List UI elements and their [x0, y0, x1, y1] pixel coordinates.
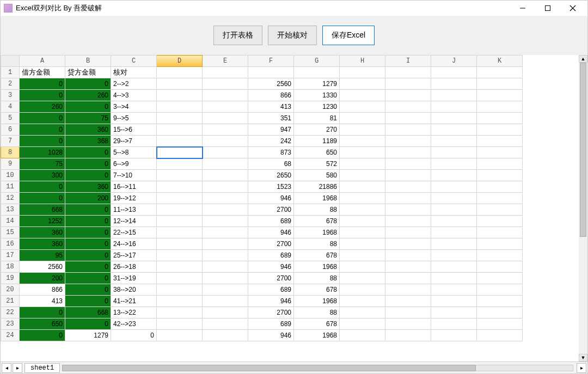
cell[interactable]	[203, 147, 248, 158]
cell[interactable]	[340, 284, 385, 296]
cell[interactable]: 75	[65, 113, 111, 124]
cell[interactable]	[203, 158, 248, 170]
cell[interactable]: 1330	[294, 90, 340, 101]
cell[interactable]: 0	[65, 204, 111, 216]
cell[interactable]: 0	[20, 307, 65, 318]
cell[interactable]	[431, 296, 477, 307]
cell[interactable]: 360	[65, 124, 111, 136]
cell[interactable]: 0	[65, 216, 111, 227]
cell[interactable]	[340, 113, 385, 124]
cell[interactable]: 650	[20, 318, 65, 330]
cell[interactable]: 1523	[248, 181, 294, 193]
row-header[interactable]: 4	[1, 101, 20, 113]
cell[interactable]	[431, 307, 477, 318]
row-header[interactable]: 6	[1, 124, 20, 136]
cell[interactable]: 946	[248, 227, 294, 238]
cell[interactable]: 42-->23	[111, 318, 157, 330]
cell[interactable]	[203, 238, 248, 250]
cell[interactable]: 2700	[248, 307, 294, 318]
cell[interactable]: 25-->17	[111, 250, 157, 261]
column-header-B[interactable]: B	[65, 56, 111, 67]
cell[interactable]: 38-->20	[111, 284, 157, 296]
row-header[interactable]: 7	[1, 136, 20, 147]
cell[interactable]: 668	[65, 307, 111, 318]
cell[interactable]: 0	[111, 330, 157, 341]
cell[interactable]	[157, 78, 203, 90]
cell[interactable]	[157, 158, 203, 170]
cell[interactable]: 2700	[248, 238, 294, 250]
cell[interactable]	[157, 318, 203, 330]
cell[interactable]	[385, 124, 431, 136]
row-header[interactable]: 1	[1, 67, 20, 78]
cell[interactable]: 0	[20, 124, 65, 136]
cell[interactable]: 75	[20, 158, 65, 170]
cell[interactable]: 1028	[20, 147, 65, 158]
cell[interactable]	[340, 124, 385, 136]
cell[interactable]	[477, 238, 523, 250]
cell[interactable]	[203, 307, 248, 318]
cell[interactable]	[431, 158, 477, 170]
cell[interactable]	[203, 113, 248, 124]
cell[interactable]	[203, 136, 248, 147]
cell[interactable]: 16-->11	[111, 181, 157, 193]
cell[interactable]	[340, 296, 385, 307]
row-header[interactable]: 20	[1, 284, 20, 296]
column-header-E[interactable]: E	[203, 56, 248, 67]
cell[interactable]	[340, 204, 385, 216]
cell[interactable]: 2700	[248, 273, 294, 284]
cell[interactable]: 1968	[294, 193, 340, 204]
cell[interactable]: 11-->13	[111, 204, 157, 216]
cell[interactable]	[340, 307, 385, 318]
cell[interactable]: 7-->10	[111, 170, 157, 181]
cell[interactable]	[385, 296, 431, 307]
cell[interactable]	[340, 136, 385, 147]
cell[interactable]: 200	[20, 273, 65, 284]
cell[interactable]	[477, 250, 523, 261]
cell[interactable]	[157, 170, 203, 181]
cell[interactable]	[157, 181, 203, 193]
row-header[interactable]: 9	[1, 158, 20, 170]
cell[interactable]	[157, 273, 203, 284]
cell[interactable]: 1968	[294, 261, 340, 273]
cell[interactable]: 678	[294, 216, 340, 227]
cell[interactable]	[385, 101, 431, 113]
row-header[interactable]: 15	[1, 227, 20, 238]
cell[interactable]	[340, 170, 385, 181]
cell[interactable]: 88	[294, 238, 340, 250]
cell[interactable]: 0	[20, 136, 65, 147]
cell[interactable]	[477, 261, 523, 273]
cell[interactable]	[477, 113, 523, 124]
cell[interactable]	[431, 216, 477, 227]
cell[interactable]	[431, 273, 477, 284]
cell[interactable]: 1252	[20, 216, 65, 227]
cell[interactable]: 95	[20, 250, 65, 261]
cell[interactable]	[385, 113, 431, 124]
row-header[interactable]: 8	[1, 147, 20, 158]
cell[interactable]	[431, 227, 477, 238]
cell[interactable]: 6-->9	[111, 158, 157, 170]
cell[interactable]: 13-->22	[111, 307, 157, 318]
cell[interactable]	[340, 238, 385, 250]
cell[interactable]: 572	[294, 158, 340, 170]
spreadsheet[interactable]: ABCDEFGHIJK 1借方金额贷方金额核对2002-->2256012793…	[1, 55, 523, 341]
cell[interactable]	[157, 101, 203, 113]
cell[interactable]	[203, 67, 248, 78]
cell[interactable]	[385, 158, 431, 170]
cell[interactable]	[431, 147, 477, 158]
cell[interactable]	[385, 90, 431, 101]
cell[interactable]	[340, 67, 385, 78]
cell[interactable]: 668	[20, 204, 65, 216]
cell[interactable]: 946	[248, 296, 294, 307]
cell[interactable]: 0	[65, 284, 111, 296]
cell[interactable]	[203, 216, 248, 227]
scroll-right-button[interactable]: ▸	[577, 363, 586, 373]
cell[interactable]: 866	[248, 90, 294, 101]
cell[interactable]: 1230	[294, 101, 340, 113]
cell[interactable]	[477, 296, 523, 307]
cell[interactable]: 0	[65, 261, 111, 273]
cell[interactable]	[477, 90, 523, 101]
cell[interactable]	[340, 318, 385, 330]
cell[interactable]: 0	[65, 227, 111, 238]
cell[interactable]	[203, 170, 248, 181]
cell[interactable]: 580	[294, 170, 340, 181]
